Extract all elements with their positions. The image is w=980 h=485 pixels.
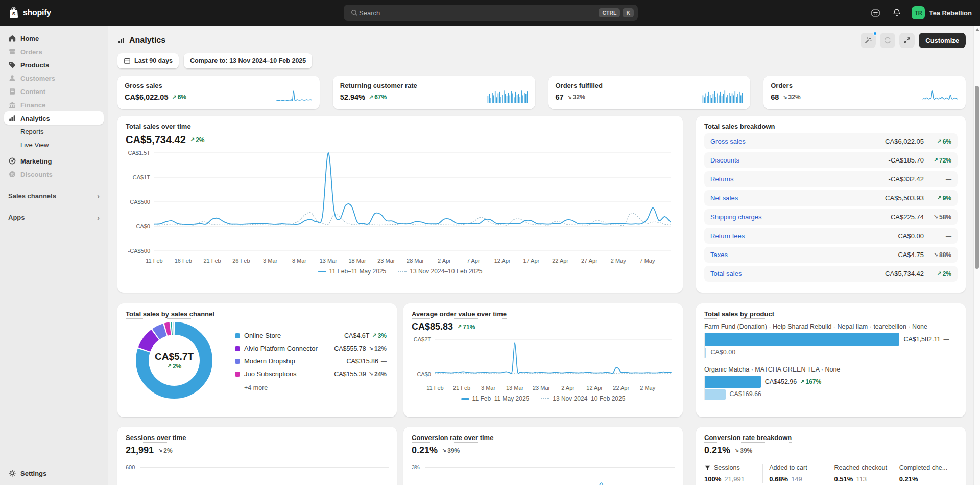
row-link[interactable]: Shipping charges bbox=[710, 213, 761, 221]
sidebar-item-orders[interactable]: Orders bbox=[4, 45, 104, 58]
search-input[interactable] bbox=[359, 9, 596, 17]
sidebar-item-settings[interactable]: Settings bbox=[4, 467, 104, 480]
shopify-logo[interactable]: S shopify bbox=[8, 7, 51, 19]
row-link[interactable]: Net sales bbox=[710, 194, 738, 202]
aov-value: CA$85.83 bbox=[412, 321, 453, 332]
row-link[interactable]: Returns bbox=[710, 175, 734, 183]
svg-text:16 Feb: 16 Feb bbox=[175, 258, 192, 264]
svg-text:S: S bbox=[12, 11, 16, 16]
card-title[interactable]: Total sales by sales channel bbox=[126, 310, 389, 318]
scrollbar-thumb[interactable] bbox=[975, 86, 979, 269]
metric-title[interactable]: Gross sales bbox=[125, 82, 313, 89]
scroll-up-arrow-icon[interactable] bbox=[975, 28, 979, 31]
card-title[interactable]: Sessions over time bbox=[126, 434, 389, 442]
chevron-right-icon: › bbox=[97, 192, 100, 200]
sidebar-item-marketing[interactable]: Marketing bbox=[4, 154, 104, 168]
kbd-k: K bbox=[623, 8, 634, 17]
legend-compare-swatch bbox=[398, 271, 407, 272]
row-link[interactable]: Gross sales bbox=[710, 137, 746, 145]
sidebar-item-products[interactable]: Products bbox=[4, 58, 104, 72]
swatch bbox=[235, 359, 240, 364]
table-row: TaxesCA$4.75↘88% bbox=[704, 247, 958, 263]
svg-text:27 Apr: 27 Apr bbox=[581, 258, 597, 264]
page-scrollbar[interactable] bbox=[973, 26, 980, 485]
more-channels-link[interactable]: +4 more bbox=[244, 384, 387, 391]
sparkline-chart bbox=[922, 90, 959, 103]
card-title[interactable]: Conversion rate breakdown bbox=[704, 434, 958, 442]
svg-text:22 Apr: 22 Apr bbox=[552, 258, 568, 264]
card-title[interactable]: Total sales by product bbox=[704, 310, 958, 318]
sidebar-spacer bbox=[4, 224, 104, 467]
product-bar-current bbox=[705, 333, 899, 346]
card-title[interactable]: Total sales breakdown bbox=[704, 123, 958, 130]
sidebar-item-customers[interactable]: Customers bbox=[4, 72, 104, 85]
table-row: Total salesCA$5,734.42↗2% bbox=[704, 266, 958, 282]
sparkline-chart bbox=[487, 89, 528, 103]
analytics-bars-icon bbox=[8, 114, 16, 122]
svg-text:11 Feb: 11 Feb bbox=[426, 385, 443, 391]
page-title: Analytics bbox=[117, 36, 165, 45]
sidebar-item-live-view[interactable]: Live View bbox=[4, 138, 104, 151]
sidebar-item-discounts[interactable]: Discounts bbox=[4, 168, 104, 181]
product-name: Farm Fund (Donation) - Help Sharad Rebui… bbox=[704, 323, 958, 330]
sidebar-item-reports[interactable]: Reports bbox=[4, 125, 104, 138]
user-menu[interactable]: TR Tea Rebellion bbox=[912, 6, 972, 19]
chart-legend: 11 Feb–11 May 2025 13 Nov 2024–10 Feb 20… bbox=[126, 268, 675, 275]
svg-text:2 May: 2 May bbox=[611, 258, 626, 264]
sidebar-section-apps[interactable]: Apps › bbox=[4, 211, 104, 224]
refresh-button[interactable] bbox=[880, 33, 895, 48]
svg-text:3 Mar: 3 Mar bbox=[481, 385, 495, 391]
channel-link[interactable]: Online Store bbox=[244, 332, 281, 339]
card-title[interactable]: Total sales over time bbox=[126, 123, 675, 130]
search-icon bbox=[350, 8, 359, 17]
table-row: Net salesCA$5,503.93↗9% bbox=[704, 190, 958, 206]
svg-text:17 Apr: 17 Apr bbox=[523, 258, 539, 264]
svg-text:CA$0: CA$0 bbox=[136, 223, 150, 229]
customize-button[interactable]: Customize bbox=[919, 33, 966, 48]
sidebar-item-content[interactable]: Content bbox=[4, 85, 104, 98]
legend-item: Alvio Platform ConnectorCA$555.78↘12% bbox=[235, 342, 387, 355]
brand-wordmark: shopify bbox=[23, 8, 51, 17]
table-row: Return feesCA$0.00— bbox=[704, 228, 958, 244]
funnel-step: Reached checkout 0.51%113 bbox=[828, 464, 893, 483]
main-content: Analytics Customize Last 90 days bbox=[108, 26, 980, 485]
kbd-ctrl: CTRL bbox=[599, 8, 620, 17]
sidebar-item-home[interactable]: Home bbox=[4, 32, 104, 45]
svg-text:28 Mar: 28 Mar bbox=[407, 258, 424, 264]
svg-text:7 May: 7 May bbox=[640, 258, 655, 264]
svg-text:11 Feb: 11 Feb bbox=[146, 258, 162, 264]
row-link[interactable]: Total sales bbox=[710, 270, 742, 278]
magic-wand-button[interactable] bbox=[861, 33, 876, 48]
svg-text:8 Mar: 8 Mar bbox=[292, 258, 306, 264]
row-link[interactable]: Return fees bbox=[710, 232, 745, 240]
legend-item: Juo SubscriptionsCA$155.39↘24% bbox=[235, 367, 387, 380]
metric-value: 67 bbox=[556, 93, 564, 101]
sidebar-item-finance[interactable]: Finance bbox=[4, 98, 104, 111]
total-sales-breakdown-card: Total sales breakdown Gross salesCA$6,02… bbox=[696, 116, 966, 293]
channel-link[interactable]: Alvio Platform Connector bbox=[244, 344, 318, 352]
card-title[interactable]: Average order value over time bbox=[412, 310, 675, 318]
sales-by-product-card: Total sales by product Farm Fund (Donati… bbox=[696, 303, 966, 417]
discount-icon bbox=[8, 170, 16, 178]
sidekick-icon[interactable] bbox=[869, 6, 882, 19]
marketing-target-icon bbox=[8, 157, 16, 165]
metric-title[interactable]: Orders fulfilled bbox=[556, 82, 744, 89]
card-title[interactable]: Conversion rate over time bbox=[412, 434, 675, 442]
metric-title[interactable]: Orders bbox=[771, 82, 959, 89]
global-search[interactable]: CTRL K bbox=[344, 5, 638, 21]
svg-text:CA$1.5T: CA$1.5T bbox=[128, 150, 151, 156]
compare-range-button[interactable]: Compare to: 13 Nov 2024–10 Feb 2025 bbox=[184, 53, 312, 68]
date-range-button[interactable]: Last 90 days bbox=[117, 53, 179, 68]
row-link[interactable]: Discounts bbox=[710, 156, 739, 164]
sidebar-item-analytics[interactable]: Analytics bbox=[4, 111, 104, 125]
gross-sales-card: Gross sales CA$6,022.05↗6% bbox=[117, 76, 320, 109]
channel-link[interactable]: Modern Dropship bbox=[244, 357, 295, 365]
row-link[interactable]: Taxes bbox=[710, 251, 728, 259]
channel-link[interactable]: Juo Subscriptions bbox=[244, 370, 297, 378]
metric-title[interactable]: Returning customer rate bbox=[340, 82, 528, 89]
sidebar-section-sales-channels[interactable]: Sales channels › bbox=[4, 189, 104, 202]
fullscreen-button[interactable] bbox=[899, 33, 915, 48]
returning-customer-rate-card: Returning customer rate 52.94%↗67% bbox=[333, 76, 535, 109]
gridline bbox=[425, 467, 675, 468]
notifications-bell-icon[interactable] bbox=[890, 6, 903, 19]
